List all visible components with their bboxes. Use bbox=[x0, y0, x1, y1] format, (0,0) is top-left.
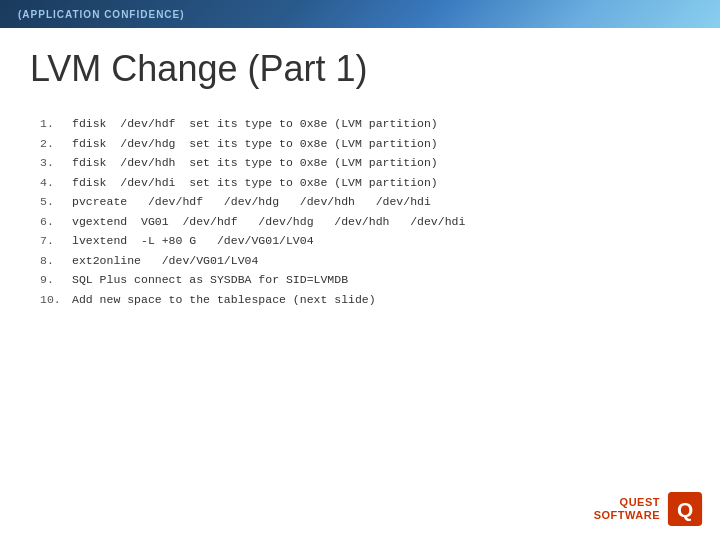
main-content: LVM Change (Part 1) 1.fdisk /dev/hdf set… bbox=[0, 28, 720, 540]
svg-text:Q: Q bbox=[677, 498, 693, 521]
app-confidence-label: (APPLICATION CONFIDENCE) bbox=[18, 9, 185, 20]
code-block: 1.fdisk /dev/hdf set its type to 0x8e (L… bbox=[30, 114, 690, 309]
line-content: ext2online /dev/VG01/LV04 bbox=[72, 251, 258, 271]
line-number: 7. bbox=[40, 231, 72, 251]
line-number: 1. bbox=[40, 114, 72, 134]
quest-logo-area: QUEST SOFTWARE Q bbox=[594, 490, 704, 528]
line-number: 3. bbox=[40, 153, 72, 173]
line-number: 6. bbox=[40, 212, 72, 232]
page-title: LVM Change (Part 1) bbox=[30, 48, 690, 90]
line-content: fdisk /dev/hdg set its type to 0x8e (LVM… bbox=[72, 134, 438, 154]
line-content: vgextend VG01 /dev/hdf /dev/hdg /dev/hdh… bbox=[72, 212, 465, 232]
code-line: 6.vgextend VG01 /dev/hdf /dev/hdg /dev/h… bbox=[40, 212, 690, 232]
line-content: fdisk /dev/hdi set its type to 0x8e (LVM… bbox=[72, 173, 438, 193]
code-line: 7.lvextend -L +80 G /dev/VG01/LV04 bbox=[40, 231, 690, 251]
code-line: 2.fdisk /dev/hdg set its type to 0x8e (L… bbox=[40, 134, 690, 154]
code-line: 8.ext2online /dev/VG01/LV04 bbox=[40, 251, 690, 271]
top-banner: (APPLICATION CONFIDENCE) bbox=[0, 0, 720, 28]
line-content: Add new space to the tablespace (next sl… bbox=[72, 290, 376, 310]
line-number: 10. bbox=[40, 290, 72, 310]
quest-logo-icon: Q bbox=[666, 490, 704, 528]
line-content: lvextend -L +80 G /dev/VG01/LV04 bbox=[72, 231, 314, 251]
code-line: 3.fdisk /dev/hdh set its type to 0x8e (L… bbox=[40, 153, 690, 173]
line-number: 8. bbox=[40, 251, 72, 271]
code-line: 5.pvcreate /dev/hdf /dev/hdg /dev/hdh /d… bbox=[40, 192, 690, 212]
code-line: 1.fdisk /dev/hdf set its type to 0x8e (L… bbox=[40, 114, 690, 134]
line-content: fdisk /dev/hdh set its type to 0x8e (LVM… bbox=[72, 153, 438, 173]
line-number: 9. bbox=[40, 270, 72, 290]
line-number: 5. bbox=[40, 192, 72, 212]
code-line: 4.fdisk /dev/hdi set its type to 0x8e (L… bbox=[40, 173, 690, 193]
code-line: 10.Add new space to the tablespace (next… bbox=[40, 290, 690, 310]
code-line: 9.SQL Plus connect as SYSDBA for SID=LVM… bbox=[40, 270, 690, 290]
line-content: SQL Plus connect as SYSDBA for SID=LVMDB bbox=[72, 270, 348, 290]
line-number: 2. bbox=[40, 134, 72, 154]
quest-logo-text: QUEST SOFTWARE bbox=[594, 496, 660, 522]
line-number: 4. bbox=[40, 173, 72, 193]
line-content: pvcreate /dev/hdf /dev/hdg /dev/hdh /dev… bbox=[72, 192, 431, 212]
line-content: fdisk /dev/hdf set its type to 0x8e (LVM… bbox=[72, 114, 438, 134]
